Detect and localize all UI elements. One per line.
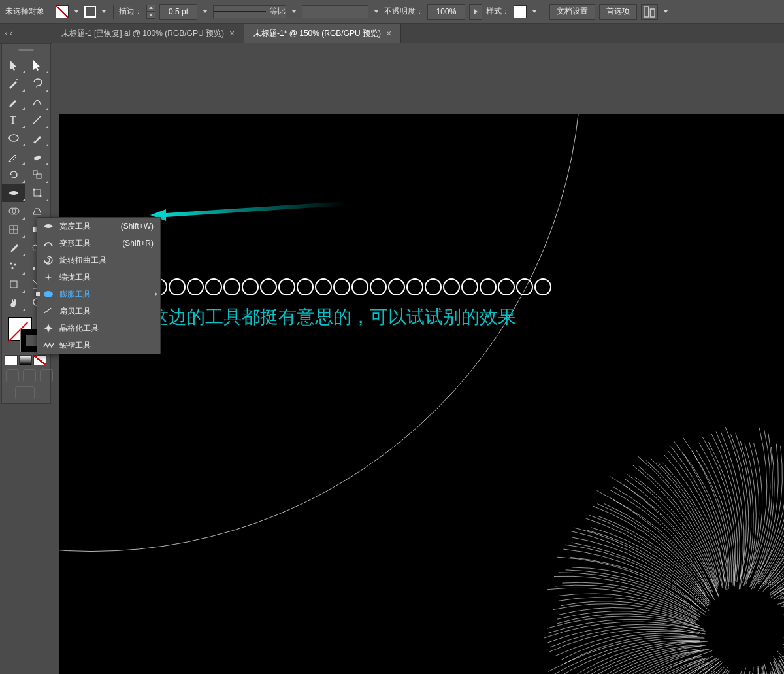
svg-point-27 — [44, 291, 53, 297]
color-mode-gradient[interactable] — [19, 355, 32, 365]
wrinkle-icon — [42, 339, 54, 351]
fill-dropdown-icon[interactable] — [73, 8, 80, 16]
scallop-icon — [42, 305, 54, 317]
stroke-profile-preview[interactable]: 等比 — [213, 5, 286, 18]
tool-curvature[interactable] — [25, 92, 49, 110]
flyout-item-warp[interactable]: 变形工具(Shift+R) — [37, 235, 160, 252]
preferences-button[interactable]: 首选项 — [599, 4, 637, 20]
style-label: 样式： — [486, 6, 510, 17]
tool-scale[interactable] — [25, 165, 49, 184]
svg-rect-9 — [34, 190, 41, 196]
separator — [113, 5, 114, 19]
tool-line[interactable] — [25, 110, 49, 129]
stroke-value-input[interactable] — [160, 7, 197, 17]
svg-point-10 — [33, 189, 35, 191]
tool-eraser[interactable] — [25, 147, 49, 165]
color-mode-solid[interactable] — [5, 355, 18, 365]
color-mode-none[interactable] — [33, 355, 46, 365]
flyout-item-crystallize[interactable]: 晶格化工具 — [37, 320, 160, 337]
svg-rect-24 — [10, 281, 17, 288]
svg-point-19 — [14, 264, 16, 266]
draw-mode-icon[interactable] — [6, 369, 19, 382]
draw-mode-icon[interactable] — [23, 369, 36, 382]
pattern-circle — [443, 278, 460, 295]
close-icon[interactable]: × — [386, 28, 391, 39]
svg-line-3 — [33, 116, 41, 124]
panel-collapse-button[interactable]: ‹‹ — [0, 24, 52, 44]
canvas-area[interactable]: 这边的工具都挺有意思的，可以试试别的效果 — [52, 43, 784, 674]
tool-hand[interactable] — [2, 294, 25, 312]
fill-swatch[interactable] — [56, 5, 69, 18]
tool-rotate[interactable] — [2, 165, 25, 184]
opacity-more-button[interactable] — [469, 4, 482, 20]
document-setup-button[interactable]: 文档设置 — [549, 4, 595, 20]
current-marker-icon — [36, 292, 40, 296]
pattern-circle — [278, 278, 295, 295]
svg-point-8 — [9, 191, 18, 195]
pattern-circle — [315, 278, 332, 295]
profile-dropdown-icon[interactable] — [290, 8, 298, 16]
svg-rect-21 — [33, 267, 35, 270]
stroke-stepper[interactable] — [146, 5, 155, 19]
flyout-item-label: 宽度工具 — [59, 221, 91, 232]
screen-mode-button[interactable] — [15, 386, 35, 399]
flyout-item-scallop[interactable]: 扇贝工具 — [37, 303, 160, 320]
tool-brush[interactable] — [25, 129, 49, 147]
tool-free-transform[interactable] — [25, 184, 49, 202]
tab-label: 未标题-1* @ 150% (RGB/GPU 预览) — [253, 28, 381, 39]
tool-ellipse[interactable] — [2, 129, 25, 147]
tool-magic-wand[interactable] — [2, 74, 25, 92]
svg-point-18 — [10, 263, 12, 265]
flyout-item-bloat[interactable]: 膨胀工具 — [37, 286, 160, 303]
flyout-item-wrinkle[interactable]: 皱褶工具 — [37, 337, 160, 354]
flyout-item-label: 旋转扭曲工具 — [59, 255, 106, 266]
tool-eyedropper[interactable] — [2, 239, 25, 257]
tool-type[interactable]: T — [2, 110, 25, 129]
warp-icon — [42, 237, 54, 249]
flyout-item-label: 扇贝工具 — [59, 306, 91, 317]
artboard[interactable]: 这边的工具都挺有意思的，可以试试别的效果 — [59, 114, 784, 674]
align-dropdown-icon[interactable] — [662, 8, 670, 16]
close-icon[interactable]: × — [229, 28, 235, 39]
opacity-field[interactable] — [427, 4, 465, 20]
width-tool-flyout: 宽度工具(Shift+W)变形工具(Shift+R)旋转扭曲工具缩拢工具膨胀工具… — [37, 217, 161, 354]
tool-lasso[interactable] — [25, 74, 49, 92]
pattern-circle — [187, 278, 204, 295]
align-icon[interactable] — [641, 4, 658, 20]
brush-preview[interactable] — [302, 5, 368, 18]
tool-pen[interactable] — [2, 92, 25, 110]
pattern-circle — [260, 278, 277, 295]
style-swatch[interactable] — [514, 5, 527, 18]
panel-grip[interactable] — [2, 49, 50, 53]
flyout-item-pucker[interactable]: 缩拢工具 — [37, 269, 160, 286]
stroke-dropdown-icon[interactable] — [100, 8, 108, 16]
tab-doc-2[interactable]: 未标题-1* @ 150% (RGB/GPU 预览) × — [244, 24, 401, 43]
tool-direct-selection[interactable] — [25, 56, 49, 74]
tool-shape-builder[interactable] — [2, 202, 25, 220]
draw-mode-icon[interactable] — [40, 369, 53, 382]
stroke-swatch[interactable] — [84, 6, 96, 18]
stroke-dropdown-icon[interactable] — [201, 8, 209, 16]
opacity-input[interactable] — [428, 7, 465, 17]
tool-symbol-sprayer[interactable] — [2, 257, 25, 275]
flyout-item-twirl[interactable]: 旋转扭曲工具 — [37, 252, 160, 269]
tool-pencil[interactable] — [2, 147, 25, 165]
twirl-icon — [42, 254, 54, 266]
flyout-item-label: 晶格化工具 — [59, 323, 99, 334]
stroke-label: 描边： — [119, 6, 142, 17]
tab-doc-1[interactable]: 未标题-1 [已恢复].ai @ 100% (RGB/GPU 预览) × — [52, 24, 244, 43]
stroke-value-field[interactable] — [159, 4, 197, 20]
opacity-label: 不透明度： — [384, 6, 423, 17]
crystallize-icon — [42, 322, 54, 334]
style-dropdown-icon[interactable] — [531, 8, 538, 16]
tool-selection[interactable] — [2, 56, 25, 74]
tool-mesh[interactable] — [2, 220, 25, 239]
tool-artboard[interactable] — [2, 275, 25, 294]
flyout-item-width[interactable]: 宽度工具(Shift+W) — [37, 218, 160, 235]
tool-width[interactable] — [2, 184, 25, 202]
document-tabs: 未标题-1 [已恢复].ai @ 100% (RGB/GPU 预览) × 未标题… — [52, 24, 784, 44]
brush-dropdown-icon[interactable] — [372, 8, 380, 16]
pattern-circle — [516, 278, 533, 295]
width-icon — [42, 220, 54, 232]
pattern-circle — [333, 278, 350, 295]
